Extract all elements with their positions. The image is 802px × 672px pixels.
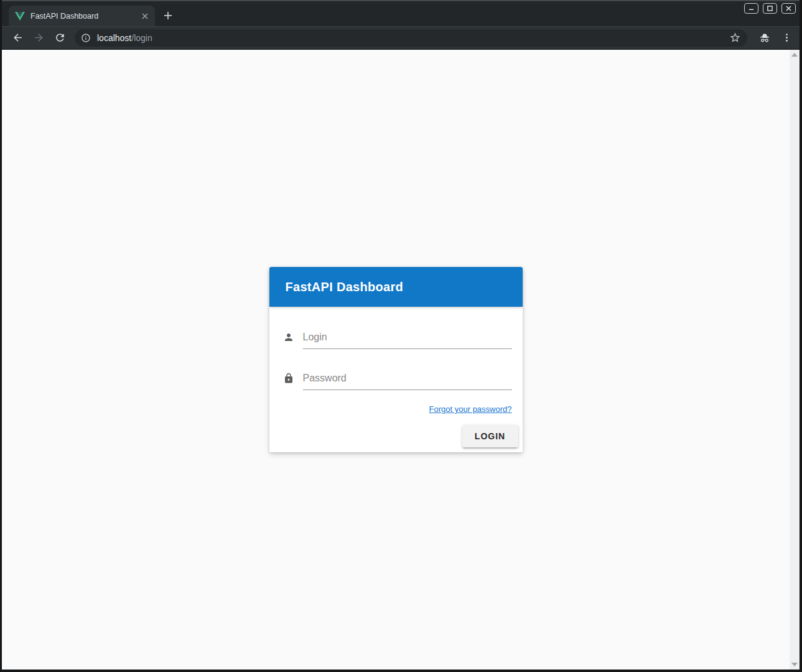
tab-title: FastAPI Dashboard (30, 12, 139, 21)
browser-tab[interactable]: FastAPI Dashboard (9, 6, 155, 26)
login-card-wrapper: FastAPI Dashboard (2, 50, 790, 670)
page-info-icon[interactable] (81, 33, 91, 43)
window-controls (744, 3, 796, 14)
address-bar[interactable]: localhost/login (75, 29, 747, 47)
password-input[interactable] (303, 373, 512, 390)
close-button[interactable] (781, 3, 796, 14)
browser-window: FastAPI Dashboard (0, 0, 802, 672)
browser-menu-button[interactable] (778, 30, 795, 46)
card-title: FastAPI Dashboard (286, 280, 404, 294)
forgot-password-row: Forgot your password? (283, 403, 512, 414)
card-body: Forgot your password? LOGIN (269, 307, 523, 452)
tab-close-icon[interactable] (139, 11, 150, 21)
login-button[interactable]: LOGIN (462, 425, 518, 447)
bookmark-star-icon[interactable] (727, 30, 742, 45)
new-tab-button[interactable] (159, 7, 177, 24)
url-text[interactable]: localhost/login (97, 33, 152, 43)
back-button[interactable] (9, 29, 26, 47)
scroll-down-arrow-icon[interactable] (791, 663, 798, 666)
tab-strip: FastAPI Dashboard (2, 0, 800, 26)
incognito-icon (756, 30, 773, 46)
url-path: /login (131, 33, 152, 43)
vue-logo-icon (15, 11, 25, 21)
person-icon (283, 332, 294, 343)
maximize-button[interactable] (763, 3, 777, 14)
scroll-up-arrow-icon[interactable] (791, 53, 798, 57)
lock-icon (283, 373, 294, 384)
login-field-row (283, 332, 512, 349)
forgot-password-link[interactable]: Forgot your password? (429, 404, 512, 414)
login-card: FastAPI Dashboard (269, 267, 523, 452)
page-scrollbar[interactable] (790, 50, 800, 670)
card-header: FastAPI Dashboard (269, 267, 523, 307)
browser-toolbar: localhost/login (2, 26, 800, 50)
card-actions: LOGIN (283, 425, 518, 447)
more-vert-icon (781, 32, 792, 43)
password-field-row (283, 373, 512, 390)
minimize-button[interactable] (744, 3, 758, 14)
login-input[interactable] (303, 332, 512, 349)
url-host: localhost (97, 33, 131, 43)
reload-icon (54, 32, 66, 44)
forward-arrow-icon (33, 32, 45, 44)
page-content: FastAPI Dashboard (2, 50, 800, 670)
forward-button[interactable] (30, 29, 47, 47)
back-arrow-icon (12, 32, 24, 44)
reload-button[interactable] (51, 29, 68, 47)
